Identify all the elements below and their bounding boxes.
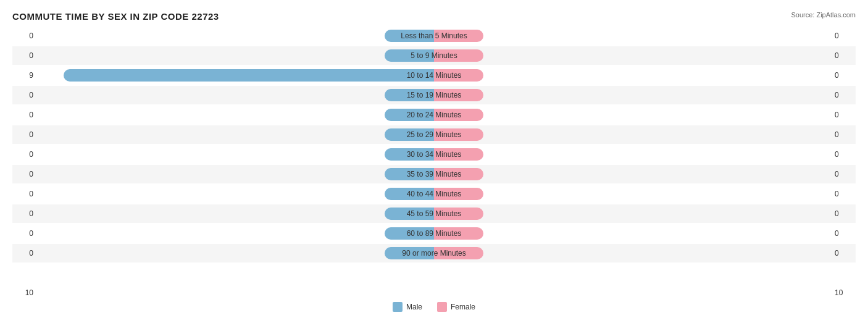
source-label: Source: ZipAtlas.com [791, 11, 856, 19]
female-legend-label: Female [451, 303, 475, 311]
bar-section: 45 to 59 Minutes [37, 204, 831, 223]
legend: Male Female [12, 302, 856, 312]
bar-row: 035 to 39 Minutes0 [12, 165, 856, 183]
bar-label: 10 to 14 Minutes [407, 71, 462, 80]
chart-container: COMMUTE TIME BY SEX IN ZIP CODE 22723 So… [0, 0, 868, 323]
bar-row: 090 or more Minutes0 [12, 244, 856, 262]
bar-row: 030 to 34 Minutes0 [12, 145, 856, 164]
bar-row: 025 to 29 Minutes0 [12, 125, 856, 144]
chart-area: 0Less than 5 Minutes005 to 9 Minutes0910… [12, 27, 856, 286]
bar-label: 45 to 59 Minutes [407, 209, 462, 218]
female-value: 0 [831, 229, 856, 238]
bar-row: 060 to 89 Minutes0 [12, 224, 856, 243]
female-value: 0 [831, 190, 856, 198]
male-value: 0 [12, 229, 37, 238]
female-value: 0 [831, 170, 856, 178]
bar-label: 30 to 34 Minutes [407, 150, 462, 159]
male-legend-label: Male [406, 303, 422, 311]
bar-row: 0Less than 5 Minutes0 [12, 27, 856, 45]
male-value: 0 [12, 150, 37, 159]
bar-label: 15 to 19 Minutes [407, 91, 462, 99]
male-value: 0 [12, 91, 37, 99]
bar-label: 25 to 29 Minutes [407, 130, 462, 139]
female-value: 0 [831, 91, 856, 99]
male-value: 0 [12, 31, 37, 40]
male-value: 0 [12, 190, 37, 198]
male-value: 0 [12, 130, 37, 139]
bar-row: 020 to 24 Minutes0 [12, 106, 856, 124]
bar-row: 910 to 14 Minutes0 [12, 66, 856, 85]
bar-section: 5 to 9 Minutes [37, 46, 831, 65]
male-bar [64, 69, 434, 82]
female-value: 0 [831, 31, 856, 40]
female-value: 0 [831, 150, 856, 159]
bar-section: 10 to 14 Minutes [37, 66, 831, 85]
female-value: 0 [831, 111, 856, 119]
female-value: 0 [831, 209, 856, 218]
bar-label: 20 to 24 Minutes [407, 111, 462, 119]
female-value: 0 [831, 249, 856, 258]
bar-label: 90 or more Minutes [402, 249, 465, 258]
bar-label: Less than 5 Minutes [401, 31, 467, 40]
bar-section: 15 to 19 Minutes [37, 86, 831, 104]
axis-left-value: 10 [12, 288, 37, 297]
bar-section: 25 to 29 Minutes [37, 125, 831, 144]
male-legend-box [393, 302, 403, 312]
male-value: 9 [12, 71, 37, 80]
bar-section: 30 to 34 Minutes [37, 145, 831, 164]
female-legend-box [437, 302, 447, 312]
female-value: 0 [831, 130, 856, 139]
bar-section: 90 or more Minutes [37, 244, 831, 262]
male-value: 0 [12, 111, 37, 119]
bar-row: 045 to 59 Minutes0 [12, 204, 856, 223]
axis-right-value: 10 [831, 288, 856, 297]
male-value: 0 [12, 170, 37, 178]
bar-section: 35 to 39 Minutes [37, 165, 831, 183]
legend-male: Male [393, 302, 422, 312]
female-value: 0 [831, 71, 856, 80]
axis-row: 10 10 [12, 288, 856, 297]
male-value: 0 [12, 209, 37, 218]
legend-female: Female [437, 302, 475, 312]
bar-row: 015 to 19 Minutes0 [12, 86, 856, 104]
male-value: 0 [12, 51, 37, 60]
female-value: 0 [831, 51, 856, 60]
bar-row: 05 to 9 Minutes0 [12, 46, 856, 65]
chart-title: COMMUTE TIME BY SEX IN ZIP CODE 22723 [12, 11, 856, 22]
bar-label: 5 to 9 Minutes [411, 51, 457, 60]
bar-section: 60 to 89 Minutes [37, 224, 831, 243]
bar-label: 60 to 89 Minutes [407, 229, 462, 238]
male-value: 0 [12, 249, 37, 258]
bar-row: 040 to 44 Minutes0 [12, 185, 856, 203]
bar-label: 35 to 39 Minutes [407, 170, 462, 178]
bar-label: 40 to 44 Minutes [407, 190, 462, 198]
bar-section: Less than 5 Minutes [37, 27, 831, 45]
bar-section: 40 to 44 Minutes [37, 185, 831, 203]
bar-section: 20 to 24 Minutes [37, 106, 831, 124]
